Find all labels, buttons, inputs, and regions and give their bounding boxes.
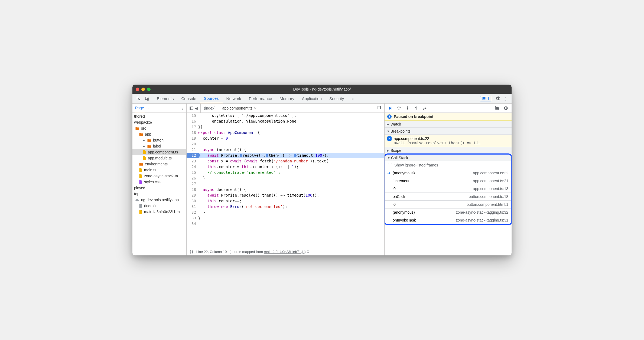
- deactivate-breakpoints-icon[interactable]: [495, 106, 500, 111]
- toggle-debugger-icon[interactable]: [377, 105, 382, 110]
- tree-item[interactable]: top: [132, 191, 186, 197]
- main-tab-elements[interactable]: Elements: [153, 94, 178, 103]
- step-over-icon[interactable]: [396, 106, 401, 111]
- frame-location[interactable]: app.component.ts:21: [473, 179, 508, 183]
- callstack-frame[interactable]: onInvokeTaskzone-async-stack-tagging.ts:…: [385, 216, 511, 224]
- tree-item[interactable]: app: [132, 131, 186, 137]
- code-line[interactable]: await Promise.resolve().then(() => timeo…: [198, 153, 384, 158]
- frame-location[interactable]: app.component.ts:22: [473, 171, 508, 175]
- show-ignored-row[interactable]: Show ignore-listed frames: [385, 161, 511, 169]
- callstack-frame[interactable]: (anonymous)zone-async-stack-tagging.ts:3…: [385, 209, 511, 216]
- tree-item[interactable]: ▶label: [132, 143, 186, 149]
- code-line[interactable]: // console.trace('incremented');: [198, 170, 384, 175]
- code-line[interactable]: }: [198, 175, 384, 181]
- main-tab-security[interactable]: Security: [326, 94, 348, 103]
- tree-item[interactable]: ▶button: [132, 137, 186, 143]
- tree-item[interactable]: thored: [132, 113, 186, 119]
- editor-tab[interactable]: (index): [201, 104, 219, 113]
- minimize-icon[interactable]: [141, 88, 145, 91]
- kebab-menu-icon[interactable]: ⋮: [504, 98, 508, 99]
- code-line[interactable]: [198, 221, 384, 227]
- frame-location[interactable]: button.component.html:1: [467, 202, 508, 207]
- main-tab-performance[interactable]: Performance: [245, 94, 276, 103]
- section-callstack[interactable]: ▼ Call Stack: [385, 155, 511, 161]
- tree-item[interactable]: webpack://: [132, 119, 186, 125]
- code-line[interactable]: const x = await (await fetch('/random-nu…: [198, 158, 384, 164]
- code-line[interactable]: async decrement() {: [198, 187, 384, 193]
- tree-item[interactable]: styles.css: [132, 179, 186, 185]
- step-into-icon[interactable]: [405, 106, 410, 111]
- pause-exceptions-icon[interactable]: [503, 106, 508, 111]
- code-line[interactable]: }: [198, 215, 384, 221]
- code-line[interactable]: styleUrls: [ './app.component.css' ],: [198, 113, 384, 118]
- device-toggle-icon[interactable]: [144, 96, 149, 101]
- step-icon[interactable]: [422, 106, 427, 111]
- code-line[interactable]: }: [198, 210, 384, 215]
- pretty-print-button[interactable]: {}: [189, 250, 194, 254]
- step-out-icon[interactable]: [414, 106, 419, 111]
- tree-item[interactable]: main.ts: [132, 167, 186, 173]
- code-line[interactable]: async increment() {: [198, 147, 384, 153]
- breakpoint-item[interactable]: ✓ app.component.ts:22 await Promise.reso…: [385, 135, 512, 147]
- code-line[interactable]: export class AppComponent {: [198, 130, 384, 136]
- checkbox-checked-icon[interactable]: ✓: [387, 136, 392, 141]
- frame-location[interactable]: app.component.ts:13: [473, 187, 508, 191]
- inspect-icon[interactable]: [136, 96, 141, 101]
- close-icon[interactable]: [136, 88, 139, 91]
- line-gutter[interactable]: 1516171819202122232425262728293031323334: [187, 113, 198, 248]
- nav-back-icon[interactable]: ◀: [195, 106, 198, 110]
- editor-panel: ◀ (index)app.component.ts✕ 1516171819202…: [187, 104, 384, 255]
- callstack-frame[interactable]: i0button.component.html:1: [385, 201, 511, 209]
- main-tab-network[interactable]: Network: [223, 94, 245, 103]
- code-lines[interactable]: styleUrls: [ './app.component.css' ], en…: [198, 113, 384, 248]
- callstack-frame[interactable]: incrementapp.component.ts:21: [385, 177, 511, 185]
- frame-location[interactable]: zone-async-stack-tagging.ts:32: [456, 210, 508, 214]
- navigator-menu-icon[interactable]: ⋮: [180, 108, 184, 109]
- callstack-frame[interactable]: ➔(anonymous)app.component.ts:22: [385, 169, 511, 177]
- tree-item[interactable]: main.fa8bfa0e23f1eb: [132, 209, 186, 215]
- frame-location[interactable]: button.component.ts:18: [469, 194, 508, 199]
- source-map-link[interactable]: main.fa8bfa0e23f1eb71.js: [264, 250, 305, 254]
- current-frame-icon: ➔: [387, 171, 391, 175]
- code-line[interactable]: [198, 141, 384, 147]
- tree-item[interactable]: environments: [132, 161, 186, 167]
- section-watch[interactable]: ▶ Watch: [385, 121, 512, 128]
- close-tab-icon[interactable]: ✕: [254, 106, 257, 110]
- tree-item[interactable]: ng-devtools.netlify.app: [132, 197, 186, 203]
- gear-icon[interactable]: [495, 96, 500, 101]
- code-line[interactable]: }): [198, 124, 384, 130]
- main-tab-console[interactable]: Console: [178, 94, 200, 103]
- navigator-more-icon[interactable]: »: [147, 106, 149, 110]
- main-tab-sources[interactable]: Sources: [200, 94, 223, 103]
- code-area[interactable]: 1516171819202122232425262728293031323334…: [187, 113, 384, 248]
- callstack-frame[interactable]: i0app.component.ts:13: [385, 185, 511, 193]
- callstack-frame[interactable]: onClickbutton.component.ts:18: [385, 193, 511, 201]
- toggle-navigator-icon[interactable]: [189, 106, 194, 110]
- checkbox-empty-icon[interactable]: [388, 163, 392, 167]
- tree-item[interactable]: ployed: [132, 185, 186, 191]
- maximize-icon[interactable]: [147, 88, 151, 91]
- tree-item[interactable]: src: [132, 125, 186, 131]
- tree-item[interactable]: (index): [132, 203, 186, 209]
- code-line[interactable]: [198, 181, 384, 187]
- navigator-tab-page[interactable]: Page: [135, 104, 145, 112]
- resume-icon[interactable]: [388, 106, 393, 111]
- code-line[interactable]: this.counter––;: [198, 198, 384, 204]
- code-line[interactable]: throw new Error('not decremented');: [198, 204, 384, 210]
- code-line[interactable]: this.counter = this.counter + (+x || 1);: [198, 164, 384, 170]
- code-line[interactable]: counter = 0;: [198, 136, 384, 141]
- section-breakpoints[interactable]: ▼ Breakpoints: [385, 128, 512, 135]
- code-line[interactable]: encapsulation: ViewEncapsulation.None: [198, 118, 384, 124]
- editor-tab[interactable]: app.component.ts✕: [219, 104, 260, 113]
- tree-item[interactable]: app.component.ts: [132, 149, 186, 155]
- file-tree[interactable]: thoredwebpack://srcapp▶button▶labelapp.c…: [132, 113, 186, 255]
- frame-location[interactable]: zone-async-stack-tagging.ts:31: [456, 218, 508, 222]
- section-scope[interactable]: ▶ Scope: [385, 147, 512, 154]
- main-tab-memory[interactable]: Memory: [276, 94, 298, 103]
- code-line[interactable]: await Promise.resolve().then(() => timeo…: [198, 193, 384, 198]
- more-tabs-button[interactable]: »: [348, 94, 357, 103]
- tree-item[interactable]: zone-async-stack-ta: [132, 173, 186, 179]
- tree-item[interactable]: app.module.ts: [132, 155, 186, 161]
- main-tab-application[interactable]: Application: [298, 94, 326, 103]
- issues-badge[interactable]: 1: [480, 96, 491, 101]
